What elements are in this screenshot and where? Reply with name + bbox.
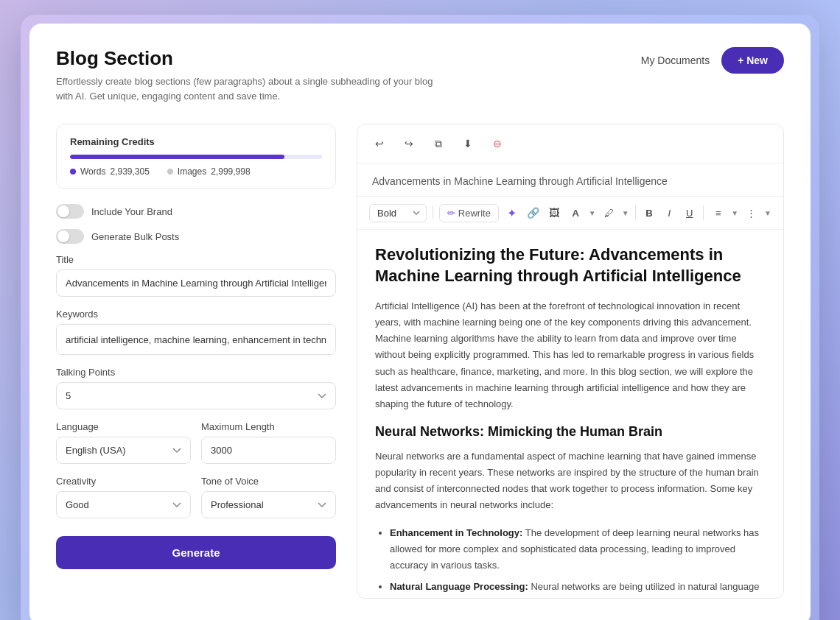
generate-bulk-row: Generate Bulk Posts [56, 229, 336, 244]
generate-bulk-knob [57, 230, 69, 242]
generate-bulk-toggle[interactable] [56, 229, 84, 244]
words-credit: Words 2,939,305 [70, 166, 150, 177]
language-group: Language English (USA) Spanish French [56, 421, 191, 464]
creativity-group: Creativity Good High Medium Low [56, 476, 191, 518]
editor-content: Revolutionizing the Future: Advancements… [357, 230, 783, 598]
header: Blog Section Effortlessly create blog se… [56, 47, 784, 103]
bullet-list-icon[interactable]: ≡ [710, 202, 727, 223]
image-icon[interactable]: 🖼 [546, 202, 563, 223]
list-item-2: Natural Language Processing: Neural netw… [390, 579, 766, 599]
editor-toolbar-top: ↩ ↪ ⧉ ⬇ ⊖ [357, 124, 783, 163]
main-card: Blog Section Effortlessly create blog se… [29, 24, 811, 620]
redo-icon[interactable]: ↪ [399, 133, 419, 154]
max-length-group: Maximum Length [201, 421, 336, 464]
include-brand-toggle[interactable] [56, 204, 84, 219]
rewrite-pen-icon: ✏ [447, 208, 455, 219]
font-color-icon[interactable]: A [567, 202, 584, 223]
doc-title: Advancements in Machine Learning through… [357, 163, 783, 197]
language-select[interactable]: English (USA) Spanish French [56, 437, 191, 464]
numbered-chevron: ▼ [764, 209, 771, 217]
content-intro: Artificial Intelligence (AI) has been at… [375, 298, 766, 412]
color-swatch: ▼ [589, 209, 596, 217]
credits-box: Remaining Credits Words 2,939,305 Images [56, 124, 336, 189]
include-brand-label: Include Your Brand [91, 206, 172, 217]
undo-icon[interactable]: ↩ [369, 133, 390, 154]
numbered-list-icon[interactable]: ⋮ [743, 202, 760, 223]
images-value: 2,999,998 [211, 166, 250, 177]
talking-points-select[interactable]: 5 3 4 6 7 [56, 382, 336, 409]
bullet-chevron: ▼ [731, 209, 738, 217]
left-panel: Remaining Credits Words 2,939,305 Images [56, 124, 336, 599]
generate-bulk-label: Generate Bulk Posts [91, 231, 179, 242]
max-length-input[interactable] [201, 437, 336, 464]
images-label: Images [178, 166, 206, 177]
download-icon[interactable]: ⬇ [458, 133, 478, 154]
link-icon[interactable]: 🔗 [525, 202, 542, 223]
creativity-select[interactable]: Good High Medium Low [56, 491, 191, 518]
title-label: Title [56, 254, 336, 265]
keywords-input[interactable] [56, 324, 336, 355]
content-p2: Neural networks are a fundamental aspect… [375, 448, 766, 513]
content-list: Enhancement in Technology: The developme… [375, 525, 766, 598]
include-brand-knob [57, 205, 69, 217]
outer-card: Blog Section Effortlessly create blog se… [21, 15, 819, 620]
tone-group: Tone of Voice Professional Casual Formal… [201, 476, 336, 518]
separator-1 [433, 205, 433, 220]
words-label: Words [80, 166, 105, 177]
images-credit: Images 2,999,998 [167, 166, 251, 177]
separator-3 [703, 205, 704, 220]
header-right: My Documents + New [641, 47, 784, 74]
content-h2-neural: Neural Networks: Mimicking the Human Bra… [375, 424, 766, 440]
new-button[interactable]: + New [721, 47, 784, 74]
title-input[interactable] [56, 270, 336, 297]
images-dot [167, 169, 173, 175]
rewrite-button[interactable]: ✏ Rewrite [439, 204, 499, 222]
include-brand-row: Include Your Brand [56, 204, 336, 219]
my-documents-link[interactable]: My Documents [641, 54, 710, 66]
bullet2-strong: Natural Language Processing: [390, 581, 528, 592]
bullet1-strong: Enhancement in Technology: [390, 527, 522, 538]
editor-toolbar-format: Bold Normal H1 H2 H3 ✏ Rewrite ✦ 🔗 🖼 A [357, 197, 783, 230]
list-item-1: Enhancement in Technology: The developme… [390, 525, 766, 574]
italic-button[interactable]: I [662, 203, 677, 222]
language-label: Language [56, 421, 191, 432]
language-maxlength-row: Language English (USA) Spanish French Ma… [56, 421, 336, 476]
underline-button[interactable]: U [682, 203, 697, 222]
keywords-label: Keywords [56, 309, 336, 320]
tone-select[interactable]: Professional Casual Formal Friendly [201, 491, 336, 518]
credits-bar-fill [70, 155, 284, 159]
generate-button[interactable]: Generate [56, 536, 336, 569]
credits-bar [70, 155, 322, 159]
bold-button[interactable]: B [641, 203, 657, 222]
tone-label: Tone of Voice [201, 476, 336, 487]
creativity-label: Creativity [56, 476, 191, 487]
talking-points-label: Talking Points [56, 367, 336, 378]
editor-panel: ↩ ↪ ⧉ ⬇ ⊖ Advancements in Machine Learni… [357, 124, 784, 599]
credits-title: Remaining Credits [70, 136, 322, 147]
copy-icon[interactable]: ⧉ [428, 133, 449, 154]
sparkle-icon[interactable]: ✦ [503, 202, 520, 223]
highlight-icon[interactable]: 🖊 [601, 202, 617, 223]
header-left: Blog Section Effortlessly create blog se… [56, 47, 439, 103]
delete-icon[interactable]: ⊖ [487, 133, 508, 154]
separator-2 [635, 205, 636, 220]
content-area: Remaining Credits Words 2,939,305 Images [56, 124, 784, 599]
talking-points-group: Talking Points 5 3 4 6 7 [56, 367, 336, 409]
page-title: Blog Section [56, 47, 439, 70]
max-length-label: Maximum Length [201, 421, 336, 432]
words-value: 2,939,305 [110, 166, 149, 177]
credits-row: Words 2,939,305 Images 2,999,998 [70, 166, 322, 177]
content-h1: Revolutionizing the Future: Advancements… [375, 244, 766, 286]
page-subtitle: Effortlessly create blog sections (few p… [56, 74, 439, 103]
words-dot [70, 169, 76, 175]
format-select[interactable]: Bold Normal H1 H2 H3 [369, 204, 427, 222]
title-field-group: Title [56, 254, 336, 297]
rewrite-label: Rewrite [458, 208, 491, 219]
highlight-swatch: ▼ [622, 209, 629, 217]
keywords-field-group: Keywords [56, 309, 336, 355]
creativity-tone-row: Creativity Good High Medium Low Tone of … [56, 476, 336, 530]
